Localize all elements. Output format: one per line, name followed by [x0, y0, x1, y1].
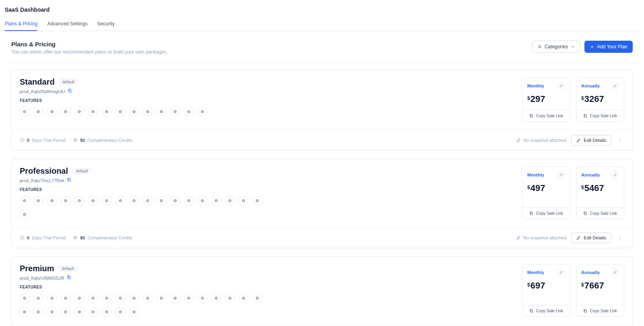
feature-icon[interactable] — [61, 293, 70, 303]
feature-icon[interactable] — [170, 196, 180, 206]
edit-details-button[interactable]: Edit Details — [571, 135, 611, 145]
tab-security[interactable]: Security — [97, 18, 114, 31]
feature-icon[interactable] — [102, 293, 111, 303]
feature-icon[interactable] — [252, 293, 262, 303]
feature-icon[interactable] — [74, 307, 84, 317]
feature-icon[interactable] — [157, 196, 166, 206]
feature-icon[interactable] — [116, 293, 125, 303]
feature-icon[interactable] — [198, 107, 207, 116]
pen-icon — [576, 235, 581, 240]
price-box-annually: Annually$5467Copy Sale Link — [576, 166, 624, 219]
more-vertical-icon — [618, 235, 623, 240]
feature-icon[interactable] — [129, 307, 139, 317]
feature-icon[interactable] — [20, 307, 29, 317]
feature-icon[interactable] — [129, 293, 139, 303]
feature-icon[interactable] — [252, 196, 262, 206]
feature-icon[interactable] — [198, 196, 207, 206]
link-icon[interactable] — [557, 268, 565, 276]
link-icon[interactable] — [611, 268, 619, 276]
feature-icon[interactable] — [211, 196, 221, 206]
feature-icon[interactable] — [74, 196, 84, 206]
link-icon[interactable] — [611, 171, 619, 179]
copy-sale-link-button[interactable]: Copy Sale Link — [576, 305, 624, 316]
feature-icon[interactable] — [20, 293, 29, 303]
complimentary-credits: $0Complimentary Credits — [73, 235, 132, 240]
feature-icon[interactable] — [88, 307, 98, 317]
feature-icon[interactable] — [61, 307, 70, 317]
complimentary-credits: $0Complimentary Credits — [73, 138, 132, 143]
add-plan-button[interactable]: Add Your Plan — [584, 41, 633, 53]
feature-icon[interactable] — [47, 307, 57, 317]
snapshot-status: No snapshot attached — [516, 138, 566, 143]
categories-button[interactable]: Categories — [532, 41, 580, 53]
tab-plans-pricing[interactable]: Plans & Pricing — [5, 18, 37, 31]
price-value: $7667 — [581, 280, 619, 291]
feature-icon[interactable] — [74, 107, 84, 116]
feature-icon[interactable] — [170, 107, 180, 116]
feature-icon[interactable] — [184, 107, 194, 116]
section-subtitle: You can either offer our recommended pla… — [11, 49, 168, 55]
feature-icon[interactable] — [198, 293, 207, 303]
copy-sale-link-button[interactable]: Copy Sale Link — [522, 208, 570, 219]
more-options-button[interactable] — [616, 234, 624, 242]
feature-icon[interactable] — [129, 196, 139, 206]
feature-icon[interactable] — [33, 196, 43, 206]
feature-icon[interactable] — [20, 210, 29, 219]
default-badge: default — [58, 266, 78, 272]
link-icon[interactable] — [611, 82, 619, 90]
feature-icon[interactable] — [116, 196, 125, 206]
paperclip-icon — [516, 235, 521, 240]
more-options-button[interactable] — [616, 136, 624, 144]
feature-icon[interactable] — [239, 293, 248, 303]
feature-icon[interactable] — [116, 307, 125, 317]
plan-card: Premiumdefaultprod_KqkzU8jIkIGDJRFEATURE… — [11, 256, 633, 326]
edit-details-button[interactable]: Edit Details — [571, 233, 611, 243]
feature-icon[interactable] — [170, 293, 180, 303]
feature-icon[interactable] — [88, 107, 98, 116]
feature-icon[interactable] — [211, 293, 221, 303]
tab-advanced-settings[interactable]: Advanced Settings — [47, 18, 87, 31]
plan-name: Professional — [20, 166, 68, 176]
price-box-monthly: Monthly$697Copy Sale Link — [522, 264, 570, 317]
copy-sale-link-button[interactable]: Copy Sale Link — [576, 110, 624, 121]
copy-id-icon[interactable] — [68, 88, 72, 94]
feature-icon[interactable] — [33, 107, 43, 116]
link-icon[interactable] — [557, 171, 565, 179]
feature-icon[interactable] — [33, 307, 43, 317]
sliders-icon — [537, 44, 542, 49]
copy-sale-link-button[interactable]: Copy Sale Link — [576, 208, 624, 219]
feature-icon[interactable] — [102, 107, 111, 116]
feature-icon[interactable] — [61, 196, 70, 206]
feature-icon[interactable] — [88, 196, 98, 206]
clock-icon — [20, 235, 25, 240]
copy-sale-link-button[interactable]: Copy Sale Link — [522, 110, 570, 121]
feature-icon[interactable] — [88, 293, 98, 303]
feature-icon[interactable] — [157, 107, 166, 116]
feature-icon[interactable] — [33, 293, 43, 303]
copy-id-icon[interactable] — [67, 275, 72, 281]
feature-icon[interactable] — [239, 196, 248, 206]
feature-icon[interactable] — [184, 293, 194, 303]
feature-icon[interactable] — [157, 293, 166, 303]
plan-name: Standard — [20, 77, 55, 87]
feature-icon[interactable] — [143, 293, 153, 303]
feature-icon[interactable] — [225, 293, 235, 303]
copy-id-icon[interactable] — [67, 177, 72, 183]
feature-icon[interactable] — [47, 107, 57, 116]
copy-sale-link-button[interactable]: Copy Sale Link — [522, 305, 570, 316]
feature-icon[interactable] — [143, 196, 153, 206]
feature-icon[interactable] — [61, 107, 70, 116]
feature-icon[interactable] — [116, 107, 125, 116]
feature-icon[interactable] — [129, 107, 139, 116]
feature-icon[interactable] — [20, 196, 29, 206]
feature-icon[interactable] — [102, 196, 111, 206]
link-icon[interactable] — [557, 82, 565, 90]
feature-icon[interactable] — [20, 107, 29, 116]
feature-icon[interactable] — [47, 293, 57, 303]
feature-icon[interactable] — [225, 196, 235, 206]
feature-icon[interactable] — [102, 307, 111, 317]
feature-icon[interactable] — [74, 293, 84, 303]
feature-icon[interactable] — [47, 196, 57, 206]
feature-icon[interactable] — [143, 107, 153, 116]
feature-icon[interactable] — [184, 196, 194, 206]
